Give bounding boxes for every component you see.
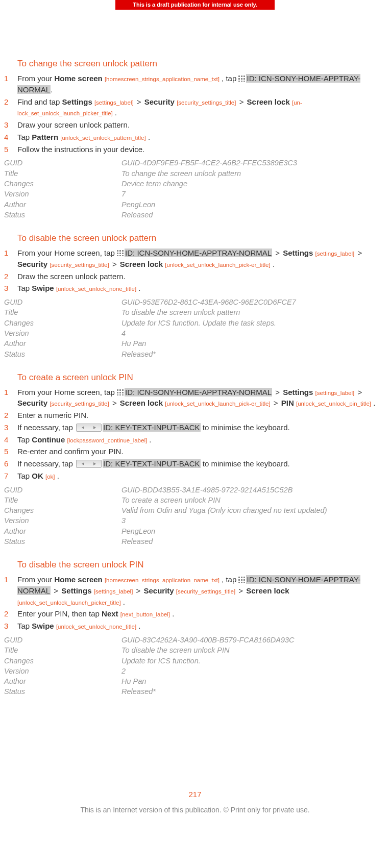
string-id: [ok] — [45, 474, 55, 480]
string-id: [unlock_set_unlock_launch_picker_title] — [17, 600, 121, 606]
step: If necessary, tap ID: KEY-TEXT-INPUT-BAC… — [4, 458, 384, 469]
svg-rect-31 — [241, 579, 242, 581]
string-id: [unlock_set_unlock_none_title] — [56, 624, 136, 630]
step: Enter a numeric PIN. — [4, 410, 384, 421]
svg-rect-17 — [122, 255, 124, 256]
svg-rect-13 — [119, 253, 121, 254]
svg-rect-10 — [119, 250, 121, 252]
svg-rect-15 — [117, 255, 118, 256]
step: Follow the instructions in your device. — [4, 144, 384, 155]
page-number: 217 — [0, 789, 390, 800]
apptray-icon — [117, 248, 124, 254]
svg-rect-33 — [238, 582, 240, 583]
step: Re-enter and confirm your PIN. — [4, 446, 384, 457]
string-id: [security_settings_title] — [176, 588, 235, 594]
string-id: [lockpassword_continue_label] — [67, 437, 148, 443]
svg-rect-7 — [241, 81, 242, 82]
string-id: [settings_label] — [94, 588, 133, 594]
image-id: ID: ICN-SONY-HOME-APPTRAY-NORMAL — [125, 249, 272, 257]
section-title: To change the screen unlock pattern — [17, 58, 384, 70]
string-id: [settings_label] — [315, 390, 355, 396]
svg-rect-34 — [241, 582, 242, 583]
svg-rect-35 — [243, 582, 245, 583]
step: From your Home screen [homescreen_string… — [4, 73, 384, 95]
draft-banner: This is a draft publication for internal… — [115, 0, 275, 10]
step: Tap Swipe [unlock_set_unlock_none_title]… — [4, 283, 384, 294]
svg-rect-25 — [119, 394, 121, 395]
svg-rect-5 — [243, 78, 245, 80]
string-id: [settings_label] — [94, 100, 134, 106]
svg-rect-11 — [122, 250, 124, 252]
keyboard-back-icon — [76, 460, 102, 468]
meta-table: GUIDGUID-953E76D2-861C-43EA-968C-96E2C0D… — [4, 297, 384, 359]
keyboard-back-icon — [76, 424, 102, 432]
svg-rect-19 — [119, 389, 121, 391]
meta-table: GUIDGUID-BDD43B55-3A1E-4985-9722-9214A51… — [4, 485, 384, 547]
svg-rect-8 — [243, 81, 245, 82]
string-id: [homescreen_strings_application_name_txt… — [105, 76, 220, 82]
svg-rect-14 — [122, 253, 124, 254]
string-id: [unlock_set_unlock_launch_pick-er_title] — [165, 401, 270, 407]
section-title: To disable the screen unlock pattern — [17, 232, 384, 244]
string-id: [unlock_set_unlock_pattern_title] — [60, 135, 146, 141]
step: Tap OK [ok] . — [4, 470, 384, 482]
svg-rect-21 — [117, 392, 118, 393]
footer-note: This is an Internet version of this publ… — [0, 805, 390, 815]
meta-table: GUIDGUID-4D9F9FE9-FB5F-4CE2-A6B2-FFEC538… — [4, 158, 384, 220]
svg-rect-18 — [117, 389, 118, 391]
image-id: ID: KEY-TEXT-INPUT-BACK — [103, 459, 201, 468]
steps-list: From your Home screen, tap ID: ICN-SONY-… — [4, 247, 384, 294]
svg-rect-2 — [243, 76, 245, 77]
steps-list: From your Home screen [homescreen_string… — [4, 574, 384, 632]
section-title: To create a screen unlock PIN — [17, 371, 384, 384]
step: Enter your PIN, then tap Next [next_butt… — [4, 608, 384, 619]
svg-rect-24 — [117, 394, 118, 395]
svg-rect-30 — [238, 579, 240, 581]
string-id: [homescreen_strings_application_name_txt… — [105, 577, 220, 583]
svg-rect-20 — [122, 389, 124, 391]
string-id: [settings_label] — [315, 251, 355, 257]
apptray-icon — [238, 575, 246, 581]
step: Draw the screen unlock pattern. — [4, 271, 384, 282]
string-id: [next_button_label] — [120, 611, 170, 617]
steps-list: From your Home screen [homescreen_string… — [4, 73, 384, 155]
string-id: [unlock_set_unlock_none_title] — [56, 286, 136, 292]
step: Tap Swipe [unlock_set_unlock_none_title]… — [4, 621, 384, 632]
step: Find and tap Settings [settings_label] >… — [4, 96, 384, 119]
section-title: To disable the screen unlock PIN — [17, 559, 384, 571]
svg-rect-27 — [238, 577, 240, 578]
svg-rect-0 — [238, 76, 240, 77]
string-id: [unlock_set_unlock_launch_pick-er_title] — [165, 262, 270, 268]
svg-rect-3 — [238, 78, 240, 80]
svg-rect-16 — [119, 255, 121, 256]
apptray-icon — [238, 73, 246, 80]
svg-rect-12 — [117, 253, 118, 254]
step: From your Home screen, tap ID: ICN-SONY-… — [4, 247, 384, 270]
svg-rect-1 — [241, 76, 242, 77]
svg-rect-22 — [119, 392, 121, 393]
string-id: [security_settings_title] — [50, 262, 109, 268]
svg-rect-29 — [243, 577, 245, 578]
step: From your Home screen [homescreen_string… — [4, 574, 384, 607]
svg-rect-4 — [241, 78, 242, 80]
step: Tap Continue [lockpassword_continue_labe… — [4, 434, 384, 445]
steps-list: From your Home screen, tap ID: ICN-SONY-… — [4, 387, 384, 482]
page-body: To change the screen unlock pattern From… — [0, 10, 390, 826]
svg-rect-26 — [122, 394, 124, 395]
string-id: [security_settings_title] — [177, 100, 236, 106]
string-id: [security_settings_title] — [50, 401, 109, 407]
svg-rect-28 — [241, 577, 242, 578]
step: Draw your screen unlock pattern. — [4, 119, 384, 131]
svg-rect-23 — [122, 392, 124, 393]
string-id: [unlock_set_unlock_pin_title] — [296, 401, 371, 407]
step: Tap Pattern [unlock_set_unlock_pattern_t… — [4, 132, 384, 143]
svg-rect-9 — [117, 250, 118, 252]
svg-rect-6 — [238, 81, 240, 82]
image-id: ID: KEY-TEXT-INPUT-BACK — [103, 423, 201, 432]
svg-rect-32 — [243, 579, 245, 581]
image-id: ID: ICN-SONY-HOME-APPTRAY-NORMAL — [125, 388, 272, 396]
meta-table: GUIDGUID-83C4262A-3A90-400B-B579-FCA8166… — [4, 635, 384, 697]
step: From your Home screen, tap ID: ICN-SONY-… — [4, 387, 384, 409]
step: If necessary, tap ID: KEY-TEXT-INPUT-BAC… — [4, 422, 384, 433]
apptray-icon — [117, 387, 124, 393]
